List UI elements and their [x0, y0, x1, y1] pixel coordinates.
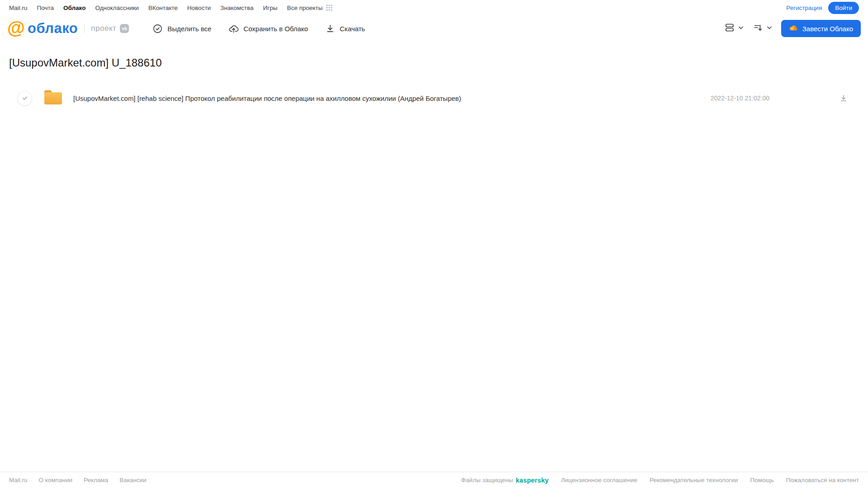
file-toolbar: Выделить все Сохранить в Облако Скача: [152, 24, 365, 34]
footer-link-mailru[interactable]: Mail.ru: [9, 477, 28, 483]
download-icon: [325, 24, 335, 33]
save-to-cloud-label: Сохранить в Облако: [243, 25, 308, 33]
file-name-link[interactable]: [UsupovMarket.com] [rehab science] Прото…: [73, 95, 461, 102]
apps-grid-icon: [326, 4, 333, 11]
portal-link-oblako[interactable]: Облако: [63, 5, 85, 11]
sort-dropdown[interactable]: [753, 22, 773, 35]
download-button[interactable]: Скачать: [325, 24, 365, 33]
select-all-button[interactable]: Выделить все: [152, 24, 211, 34]
cloud-logo[interactable]: @ облако проект vk: [7, 19, 129, 38]
portal-link-all-projects[interactable]: Все проекты: [287, 4, 333, 11]
portal-link-igry[interactable]: Игры: [263, 5, 278, 11]
portal-auth: Регистрация Войти: [786, 2, 859, 14]
portal-links: Mail.ru Почта Облако Одноклассники ВКонт…: [9, 4, 333, 11]
portal-link-odnoklassniki[interactable]: Одноклассники: [95, 5, 138, 11]
select-all-label: Выделить все: [167, 25, 211, 33]
create-cloud-label: Завести Облако: [802, 25, 853, 33]
page-footer: Mail.ru О компании Реклама Вакансии Файл…: [0, 472, 868, 488]
kaspersky-protection: Файлы защищены kaspersky: [461, 477, 549, 484]
row-download-button[interactable]: [838, 93, 849, 104]
protected-by-label: Файлы защищены: [461, 477, 513, 483]
registration-link[interactable]: Регистрация: [786, 5, 822, 11]
footer-left-links: Mail.ru О компании Реклама Вакансии: [9, 477, 147, 483]
cloud-public-page: Mail.ru Почта Облако Одноклассники ВКонт…: [0, 0, 868, 488]
download-label: Скачать: [340, 25, 365, 33]
cloud-orange-icon: [789, 23, 798, 34]
file-row[interactable]: [UsupovMarket.com] [rehab science] Прото…: [9, 88, 859, 108]
portal-link-novosti[interactable]: Новости: [187, 5, 211, 11]
mailru-at-icon: @: [7, 19, 25, 37]
login-button[interactable]: Войти: [828, 2, 859, 14]
save-to-cloud-button[interactable]: Сохранить в Облако: [228, 24, 308, 34]
portal-link-vkontakte[interactable]: ВКонтакте: [148, 5, 178, 11]
folder-content: [UsupovMarket.com] U_188610: [0, 57, 868, 108]
footer-link-recommendation-tech[interactable]: Рекомендательные технологии: [650, 477, 738, 483]
all-projects-label: Все проекты: [287, 5, 323, 11]
check-circle-icon: [152, 24, 163, 34]
page-title: [UsupovMarket.com] U_188610: [9, 57, 859, 69]
header-right-controls: Завести Облако: [724, 20, 861, 37]
app-header: @ облако проект vk Выделить все: [0, 15, 868, 42]
view-mode-icon: [724, 22, 735, 35]
chevron-down-icon: [737, 24, 745, 33]
logo-project: проект vk: [84, 24, 129, 33]
footer-link-license[interactable]: Лицензионное соглашение: [561, 477, 637, 483]
footer-link-ads[interactable]: Реклама: [84, 477, 108, 483]
sort-icon: [753, 22, 764, 35]
footer-link-help[interactable]: Помощь: [750, 477, 774, 483]
portal-link-pochta[interactable]: Почта: [37, 5, 54, 11]
chevron-down-icon: [766, 24, 773, 33]
footer-link-report-content[interactable]: Пожаловаться на контент: [786, 477, 859, 483]
footer-right-links: Файлы защищены kaspersky Лицензионное со…: [461, 477, 859, 484]
footer-link-about[interactable]: О компании: [39, 477, 72, 483]
portal-link-mailru[interactable]: Mail.ru: [9, 5, 28, 11]
vk-badge-icon: vk: [120, 24, 129, 33]
footer-link-jobs[interactable]: Вакансии: [119, 477, 147, 483]
kaspersky-logo[interactable]: kaspersky: [516, 477, 549, 484]
logo-brand-text: облако: [28, 20, 78, 37]
view-mode-dropdown[interactable]: [724, 22, 745, 35]
file-date: 2022-12-10 21:02:00: [711, 95, 769, 102]
cloud-upload-icon: [228, 24, 239, 34]
portal-link-znakomstva[interactable]: Знакомства: [220, 5, 253, 11]
row-checkbox[interactable]: [17, 91, 32, 106]
folder-icon: [43, 89, 63, 107]
portal-nav: Mail.ru Почта Облако Одноклассники ВКонт…: [0, 0, 868, 15]
logo-project-label: проект: [91, 24, 116, 33]
create-cloud-button[interactable]: Завести Облако: [781, 20, 861, 37]
